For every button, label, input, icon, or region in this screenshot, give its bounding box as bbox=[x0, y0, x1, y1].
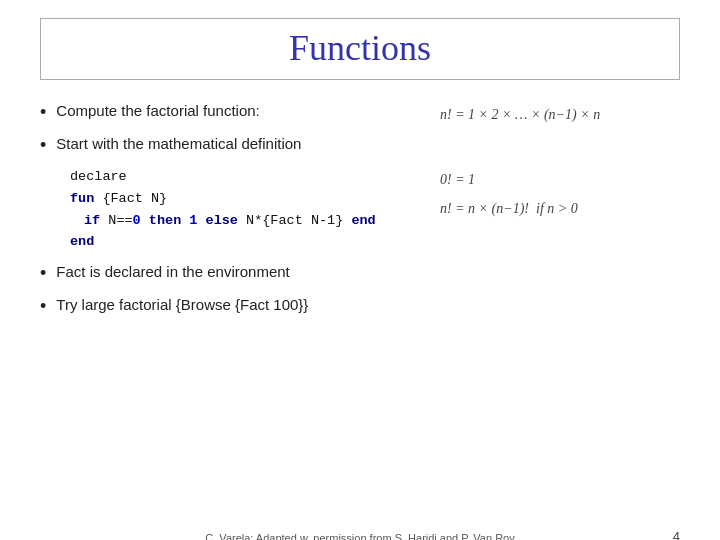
bullet-4: • Try large factorial {Browse {Fact 100}… bbox=[40, 294, 420, 319]
code-line-3: if N==0 then 1 else N*{Fact N-1} end bbox=[84, 210, 420, 232]
bullet-2: • Start with the mathematical definition bbox=[40, 133, 420, 158]
right-column: n! = 1 × 2 × … × (n−1) × n 0! = 1 n! = n… bbox=[440, 100, 680, 327]
footer-citation: C. Varela; Adapted w. permission from S.… bbox=[0, 532, 720, 540]
bullet-1: • Compute the factorial function: bbox=[40, 100, 420, 125]
slide-title: Functions bbox=[289, 28, 431, 68]
code-line-1: declare bbox=[70, 166, 420, 188]
left-column: • Compute the factorial function: • Star… bbox=[40, 100, 440, 327]
bullet-text-2: Start with the mathematical definition bbox=[56, 133, 301, 156]
footer-text: C. Varela; Adapted w. permission from S.… bbox=[205, 532, 514, 540]
bullet-dot-2: • bbox=[40, 133, 46, 158]
bullet-text-4: Try large factorial {Browse {Fact 100}} bbox=[56, 294, 308, 317]
title-box: Functions bbox=[40, 18, 680, 80]
code-if: if N==0 then 1 else N*{Fact N-1} end bbox=[84, 213, 376, 228]
code-end: end bbox=[70, 234, 94, 249]
bullet-text-1: Compute the factorial function: bbox=[56, 100, 259, 123]
code-line-4: end bbox=[70, 231, 420, 253]
formula-3: n! = n × (n−1)! if n > 0 bbox=[440, 198, 578, 219]
bullet-3: • Fact is declared in the environment bbox=[40, 261, 420, 286]
code-block: declare fun {Fact N} if N==0 then 1 else… bbox=[70, 166, 420, 252]
formula-1-container: n! = 1 × 2 × … × (n−1) × n bbox=[440, 104, 600, 133]
footer-page: 4 bbox=[673, 529, 680, 540]
bullet-dot-1: • bbox=[40, 100, 46, 125]
bullet-dot-3: • bbox=[40, 261, 46, 286]
formula-1: n! = 1 × 2 × … × (n−1) × n bbox=[440, 104, 600, 125]
code-line-2: fun {Fact N} bbox=[70, 188, 420, 210]
code-declare: declare bbox=[70, 169, 127, 184]
bullet-text-3: Fact is declared in the environment bbox=[56, 261, 289, 284]
formula-2: 0! = 1 bbox=[440, 169, 578, 190]
bullet-dot-4: • bbox=[40, 294, 46, 319]
formula-2-container: 0! = 1 n! = n × (n−1)! if n > 0 bbox=[440, 169, 578, 227]
content-area: • Compute the factorial function: • Star… bbox=[0, 90, 720, 327]
code-fun: fun {Fact N} bbox=[70, 191, 167, 206]
slide: Functions • Compute the factorial functi… bbox=[0, 18, 720, 540]
